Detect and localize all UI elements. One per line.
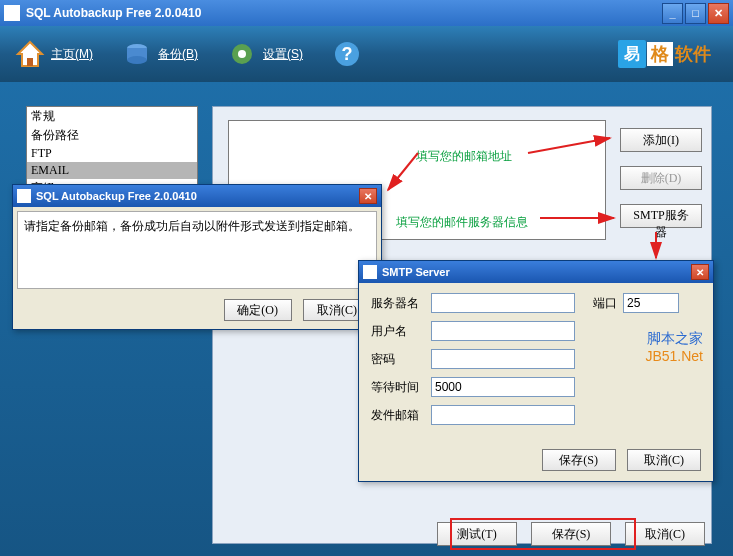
dialog1-icon [17,189,31,203]
cancel-button[interactable]: 取消(C) [625,522,705,546]
annotation-email-address: 填写您的邮箱地址 [416,148,512,165]
dialog2-title: SMTP Server [382,266,450,278]
side-buttons: 添加(I) 删除(D) SMTP服务器 [620,128,702,228]
minimize-button[interactable]: _ [662,3,683,24]
toolbar: 主页(M) 备份(B) 设置(S) ? 易 格软件 [0,26,733,82]
highlight-box [450,518,636,550]
backup-icon [121,38,153,70]
tree-item-general[interactable]: 常规 [27,107,197,126]
svg-rect-1 [27,58,33,66]
email-info-dialog: SQL Autobackup Free 2.0.0410 ✕ 请指定备份邮箱，备… [12,184,382,330]
port-label: 端口 [593,295,617,312]
settings-button[interactable]: 设置(S) [226,38,303,70]
help-icon: ? [331,38,363,70]
tree-item-backup-path[interactable]: 备份路径 [27,126,197,145]
dialog1-title: SQL Autobackup Free 2.0.0410 [36,190,197,202]
logo-yi: 易 [618,40,646,68]
server-input[interactable] [431,293,575,313]
sender-input[interactable] [431,405,575,425]
dialog1-close-button[interactable]: ✕ [359,188,377,204]
dialog2-icon [363,265,377,279]
sender-label: 发件邮箱 [371,407,431,424]
svg-point-6 [238,50,246,58]
smtp-dialog: SMTP Server ✕ 服务器名 端口 用户名 密码 等待时间 发件邮箱 保… [358,260,714,482]
wait-label: 等待时间 [371,379,431,396]
dialog1-titlebar[interactable]: SQL Autobackup Free 2.0.0410 ✕ [13,185,381,207]
titlebar: SQL Autobackup Free 2.0.0410 _ □ ✕ [0,0,733,26]
user-label: 用户名 [371,323,431,340]
dialog1-message: 请指定备份邮箱，备份成功后自动以附件形式发送到指定邮箱。 [24,219,360,233]
brand-logo: 易 格软件 [618,40,711,68]
logo-soft: 软件 [675,44,711,64]
dialog1-body: 请指定备份邮箱，备份成功后自动以附件形式发送到指定邮箱。 [17,211,377,289]
smtp-server-button[interactable]: SMTP服务器 [620,204,702,228]
window-buttons: _ □ ✕ [662,3,729,24]
home-label: 主页(M) [51,46,93,63]
tree-item-email[interactable]: EMAIL [27,162,197,179]
annotation-smtp-info: 填写您的邮件服务器信息 [396,214,528,231]
backup-button[interactable]: 备份(B) [121,38,198,70]
delete-button[interactable]: 删除(D) [620,166,702,190]
backup-label: 备份(B) [158,46,198,63]
svg-text:?: ? [342,44,353,64]
dialog1-ok-button[interactable]: 确定(O) [224,299,292,321]
home-icon [14,38,46,70]
close-button[interactable]: ✕ [708,3,729,24]
user-input[interactable] [431,321,575,341]
help-button[interactable]: ? [331,38,363,70]
window-title: SQL Autobackup Free 2.0.0410 [26,6,662,20]
app-icon [4,5,20,21]
tree-item-ftp[interactable]: FTP [27,145,197,162]
password-label: 密码 [371,351,431,368]
watermark-line1: 脚本之家 [645,330,703,348]
port-input[interactable] [623,293,679,313]
watermark-line2: JB51.Net [645,348,703,364]
server-label: 服务器名 [371,295,431,312]
dialog2-close-button[interactable]: ✕ [691,264,709,280]
wait-input[interactable] [431,377,575,397]
gear-icon [226,38,258,70]
dialog2-cancel-button[interactable]: 取消(C) [627,449,701,471]
dialog2-titlebar[interactable]: SMTP Server ✕ [359,261,713,283]
svg-point-4 [127,56,147,64]
dialog2-save-button[interactable]: 保存(S) [542,449,616,471]
password-input[interactable] [431,349,575,369]
watermark: 脚本之家 JB51.Net [645,330,703,364]
maximize-button[interactable]: □ [685,3,706,24]
home-button[interactable]: 主页(M) [14,38,93,70]
settings-label: 设置(S) [263,46,303,63]
add-button[interactable]: 添加(I) [620,128,702,152]
logo-ge: 格 [647,42,673,66]
